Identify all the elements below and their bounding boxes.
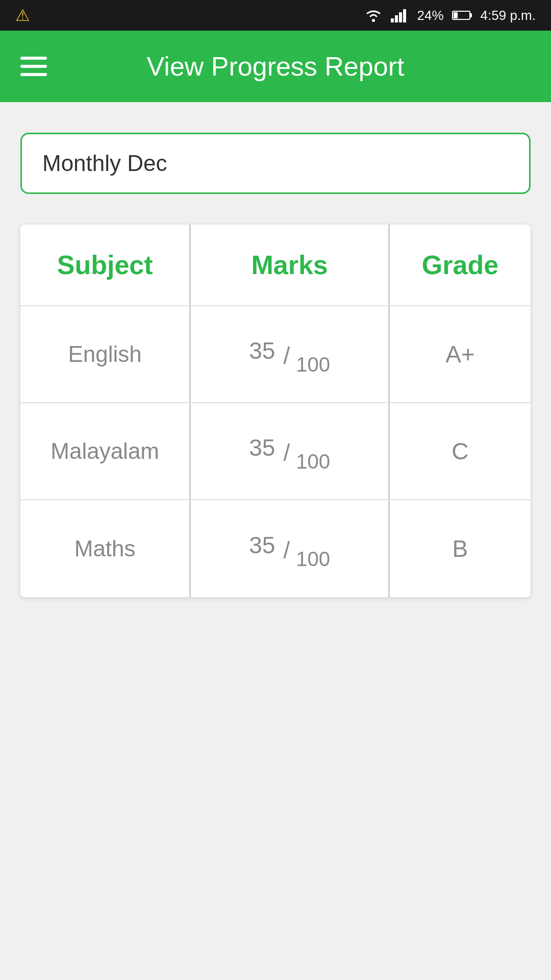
row-english-grade: A+ — [390, 306, 531, 402]
malayalam-grade-value: C — [452, 437, 468, 465]
battery-text: 24% — [417, 8, 444, 23]
progress-table: Subject Marks Grade English 35 / 100 — [20, 225, 531, 597]
warning-icon: ⚠ — [15, 6, 30, 25]
hamburger-menu-button[interactable] — [20, 57, 47, 76]
maths-grade-value: B — [453, 535, 468, 562]
malayalam-marks-container: 35 / 100 — [191, 431, 388, 472]
header-grade: Grade — [390, 225, 531, 305]
svg-point-0 — [372, 19, 375, 22]
report-dropdown[interactable]: Monthly Dec — [20, 133, 531, 194]
status-bar: ⚠ 24% 4:59 p.m. — [0, 0, 551, 31]
malayalam-marks-value: 35 — [249, 436, 275, 459]
english-subject-label: English — [68, 341, 142, 367]
svg-rect-7 — [454, 12, 458, 18]
row-english-marks: 35 / 100 — [191, 306, 390, 402]
signal-icon — [391, 8, 409, 22]
time-text: 4:59 p.m. — [481, 8, 536, 23]
svg-rect-2 — [395, 15, 398, 22]
row-maths-grade: B — [390, 500, 531, 597]
maths-marks-slash: / — [283, 538, 290, 562]
row-maths-subject: Maths — [20, 500, 191, 597]
header-marks: Marks — [191, 225, 390, 305]
header-grade-label: Grade — [422, 250, 498, 280]
row-malayalam-grade: C — [390, 403, 531, 499]
maths-marks-container: 35 / 100 — [191, 528, 388, 569]
app-bar: View Progress Report — [0, 31, 551, 102]
header-marks-label: Marks — [251, 250, 328, 280]
table-row: Malayalam 35 / 100 C — [20, 403, 531, 500]
wifi-icon — [364, 8, 383, 22]
english-marks-total: 100 — [296, 354, 330, 375]
malayalam-subject-label: Malayalam — [51, 438, 159, 464]
row-maths-marks: 35 / 100 — [191, 500, 390, 597]
table-row: English 35 / 100 A+ — [20, 306, 531, 403]
svg-rect-4 — [403, 9, 406, 22]
svg-rect-1 — [391, 18, 394, 22]
battery-icon — [452, 10, 472, 21]
hamburger-line-2 — [20, 65, 47, 68]
status-bar-left: ⚠ — [15, 6, 30, 25]
header-subject: Subject — [20, 225, 191, 305]
svg-rect-6 — [470, 13, 472, 17]
maths-marks-total: 100 — [296, 549, 330, 569]
hamburger-line-1 — [20, 57, 47, 60]
malayalam-marks-total: 100 — [296, 451, 330, 472]
row-english-subject: English — [20, 306, 191, 402]
english-marks-slash: / — [283, 344, 290, 368]
maths-marks-value: 35 — [249, 533, 275, 557]
report-value: Monthly Dec — [42, 151, 167, 176]
header-subject-label: Subject — [57, 250, 153, 280]
hamburger-line-3 — [20, 73, 47, 76]
english-marks-container: 35 / 100 — [191, 334, 388, 375]
svg-rect-3 — [399, 12, 402, 22]
status-bar-right: 24% 4:59 p.m. — [364, 8, 536, 23]
main-content: Monthly Dec Subject Marks Grade English … — [0, 102, 551, 618]
malayalam-marks-slash: / — [283, 441, 290, 464]
row-malayalam-marks: 35 / 100 — [191, 403, 390, 499]
english-marks-value: 35 — [249, 339, 275, 362]
table-header-row: Subject Marks Grade — [20, 225, 531, 306]
maths-subject-label: Maths — [74, 536, 136, 561]
row-malayalam-subject: Malayalam — [20, 403, 191, 499]
page-title: View Progress Report — [67, 51, 484, 82]
table-row: Maths 35 / 100 B — [20, 500, 531, 597]
english-grade-value: A+ — [445, 340, 475, 368]
